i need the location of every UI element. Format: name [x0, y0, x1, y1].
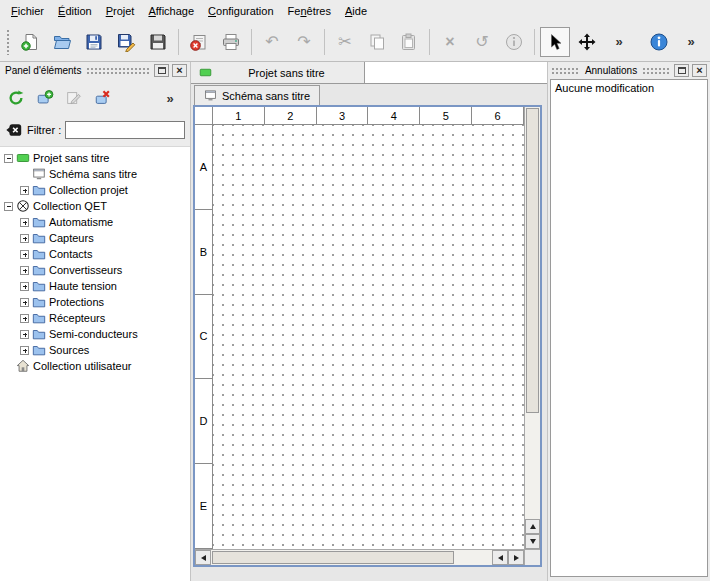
expand-icon[interactable]	[20, 346, 29, 355]
vscroll-thumb[interactable]	[526, 108, 539, 413]
expand-icon[interactable]	[20, 186, 29, 195]
vscroll-track[interactable]	[525, 107, 540, 519]
expand-icon[interactable]	[20, 330, 29, 339]
undo-panel-titlebar[interactable]: Annulations ×	[548, 62, 710, 78]
menu-configuration[interactable]: Configuration	[201, 0, 280, 22]
expand-icon[interactable]	[20, 250, 29, 259]
reload-collections-button[interactable]	[3, 85, 29, 111]
menu-aide[interactable]: Aide	[338, 0, 374, 22]
collapse-icon[interactable]	[4, 202, 13, 211]
dock-handle-texture	[86, 66, 151, 75]
panel-overflow-button[interactable]: »	[157, 85, 183, 111]
menu-projet[interactable]: Projet	[99, 0, 142, 22]
home-icon	[16, 359, 30, 373]
main-area: Panel d'éléments × » Filtrer :	[0, 62, 710, 581]
save-button[interactable]	[79, 27, 109, 57]
folder-icon	[32, 231, 46, 245]
tree-item-automatisme[interactable]: Automatisme	[0, 214, 190, 230]
hscroll-thumb[interactable]	[212, 551, 454, 564]
hscroll-track[interactable]	[211, 550, 492, 565]
tree-item-project[interactable]: Projet sans titre	[0, 150, 190, 166]
tree-item-label: Capteurs	[49, 232, 94, 244]
tree-item-collection-utilisateur[interactable]: Collection utilisateur	[0, 358, 190, 374]
expand-icon[interactable]	[20, 266, 29, 275]
redo-button[interactable]: ↷	[289, 27, 319, 57]
expand-icon[interactable]	[20, 314, 29, 323]
save-all-button[interactable]	[143, 27, 173, 57]
schema-canvas[interactable]	[213, 125, 524, 549]
tree-item-semi-conducteurs[interactable]: Semi-conducteurs	[0, 326, 190, 342]
toolbar-overflow-button-2[interactable]: »	[676, 27, 706, 57]
printer-icon	[221, 32, 241, 52]
tree-item-collection-projet[interactable]: Collection projet	[0, 182, 190, 198]
tree-item-convertisseurs[interactable]: Convertisseurs	[0, 262, 190, 278]
menu-fichier[interactable]: Fichier	[4, 0, 51, 22]
tree-item-contacts[interactable]: Contacts	[0, 246, 190, 262]
tree-item-collection-qet[interactable]: Collection QET	[0, 198, 190, 214]
undo-button[interactable]: ↶	[257, 27, 287, 57]
tree-item-capteurs[interactable]: Capteurs	[0, 230, 190, 246]
mdi-area: Schéma sans titre 1 2 3 4 5 6	[191, 84, 547, 581]
filter-input[interactable]	[65, 121, 185, 139]
delete-element-button[interactable]	[90, 85, 116, 111]
select-tool-button[interactable]	[540, 27, 570, 57]
cut-button[interactable]: ✂	[330, 27, 360, 57]
column-label: 3	[317, 107, 369, 124]
scroll-right-button[interactable]	[508, 550, 524, 565]
row-label: D	[195, 379, 212, 464]
scroll-up-button[interactable]	[525, 519, 540, 534]
expand-icon[interactable]	[20, 218, 29, 227]
tab-schema-sans-titre[interactable]: Schéma sans titre	[194, 85, 320, 105]
collapse-icon[interactable]	[4, 154, 13, 163]
scroll-left-button[interactable]	[195, 550, 211, 565]
undo-list-item[interactable]: Aucune modification	[552, 81, 706, 95]
toolbar-drag-handle[interactable]	[6, 29, 11, 55]
new-project-button[interactable]	[15, 27, 45, 57]
tab-projet-sans-titre[interactable]: Projet sans titre	[191, 62, 365, 83]
tree-item-sources[interactable]: Sources	[0, 342, 190, 358]
close-file-button[interactable]	[184, 27, 214, 57]
toolbar-separator	[251, 29, 252, 55]
clear-filter-icon[interactable]	[5, 121, 23, 139]
scroll-down-button[interactable]	[525, 534, 540, 549]
folder-icon	[32, 327, 46, 341]
about-button[interactable]	[644, 27, 674, 57]
print-button[interactable]	[216, 27, 246, 57]
tree-item-haute-tension[interactable]: Haute tension	[0, 278, 190, 294]
edit-element-button[interactable]	[61, 85, 87, 111]
chevron-overflow-icon: »	[615, 35, 622, 48]
undo-panel-title: Annulations	[583, 65, 639, 76]
expand-icon[interactable]	[20, 298, 29, 307]
tab-label: Schéma sans titre	[222, 90, 310, 102]
rotate-button[interactable]: ↺	[467, 27, 497, 57]
tree-item-recepteurs[interactable]: Récepteurs	[0, 310, 190, 326]
menu-edition[interactable]: Édition	[51, 0, 99, 22]
delete-button[interactable]: ×	[435, 27, 465, 57]
tree-item-protections[interactable]: Protections	[0, 294, 190, 310]
float-panel-button[interactable]	[154, 64, 169, 77]
pan-tool-button[interactable]	[572, 27, 602, 57]
open-project-button[interactable]	[47, 27, 77, 57]
menu-fenetres[interactable]: Fenêtres	[281, 0, 338, 22]
menu-affichage[interactable]: Affichage	[141, 0, 201, 22]
toolbar-overflow-button[interactable]: »	[604, 27, 634, 57]
element-info-button[interactable]	[499, 27, 529, 57]
close-icon: ×	[696, 65, 702, 76]
vertical-scrollbar[interactable]	[524, 107, 540, 549]
horizontal-scrollbar[interactable]	[195, 549, 524, 565]
elements-panel: Panel d'éléments × » Filtrer :	[0, 62, 190, 581]
close-panel-button[interactable]: ×	[692, 64, 707, 77]
scroll-left-button-2[interactable]	[492, 550, 508, 565]
expand-icon[interactable]	[20, 234, 29, 243]
chevron-overflow-icon: »	[166, 92, 173, 105]
close-panel-button[interactable]: ×	[172, 64, 187, 77]
float-panel-button[interactable]	[674, 64, 689, 77]
about-info-icon	[649, 32, 669, 52]
elements-panel-titlebar[interactable]: Panel d'éléments ×	[0, 62, 190, 78]
paste-button[interactable]	[394, 27, 424, 57]
tree-item-schema[interactable]: Schéma sans titre	[0, 166, 190, 182]
copy-button[interactable]	[362, 27, 392, 57]
new-element-button[interactable]	[32, 85, 58, 111]
save-as-button[interactable]	[111, 27, 141, 57]
expand-icon[interactable]	[20, 282, 29, 291]
